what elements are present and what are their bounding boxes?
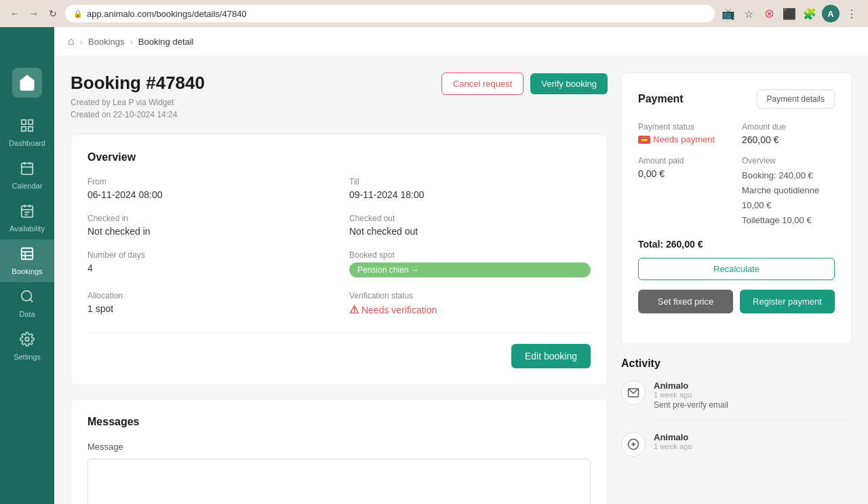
url-bar[interactable]: 🔒 app.animalo.com/bookings/details/47840 bbox=[65, 5, 715, 22]
sidebar-item-calendar[interactable]: Calendar bbox=[0, 154, 54, 197]
opera-icon[interactable]: ⊗ bbox=[761, 5, 777, 22]
page-content-wrapper: Booking #47840 Created by Lea P via Widg… bbox=[54, 56, 868, 504]
register-payment-button[interactable]: Register payment bbox=[740, 290, 835, 313]
sidebar-logo bbox=[12, 68, 42, 98]
verification-field: Verification status ⚠ Needs verification bbox=[349, 291, 591, 316]
sidebar-item-bookings[interactable]: Bookings bbox=[0, 239, 54, 282]
header-actions: Cancel request Verify booking bbox=[441, 73, 608, 95]
dashboard-label: Dashboard bbox=[9, 139, 45, 147]
set-fixed-price-button[interactable]: Set fixed price bbox=[638, 290, 733, 313]
activity-time-1: 1 week ago bbox=[654, 442, 852, 450]
allocation-label: Allocation bbox=[87, 291, 329, 301]
breadcrumb-bookings[interactable]: Bookings bbox=[88, 37, 124, 47]
meta-line1: Created by Lea P via Widget bbox=[71, 96, 205, 109]
num-days-label: Number of days bbox=[87, 250, 329, 260]
message-label: Message bbox=[87, 442, 591, 452]
cancel-request-button[interactable]: Cancel request bbox=[441, 73, 524, 95]
extensions-button[interactable]: 🧩 bbox=[802, 5, 818, 22]
amount-paid-field: Amount paid 0,00 € bbox=[638, 156, 731, 228]
sidebar-item-data[interactable]: Data bbox=[0, 282, 54, 325]
sidebar-item-availability[interactable]: Availability bbox=[0, 197, 54, 239]
from-field: From 06-11-2024 08:00 bbox=[87, 177, 329, 200]
till-field: Till 09-11-2024 18:00 bbox=[349, 177, 591, 200]
payment-status-label: Payment status bbox=[638, 122, 731, 132]
allocation-value: 1 spot bbox=[87, 303, 329, 314]
from-value: 06-11-2024 08:00 bbox=[87, 189, 329, 200]
svg-rect-1 bbox=[28, 120, 33, 124]
user-avatar[interactable]: A bbox=[822, 5, 840, 22]
checked-out-field: Checked out Not checked out bbox=[349, 214, 591, 237]
overview-breakdown: Booking: 240,00 € Marche quotidienne 10,… bbox=[742, 168, 835, 228]
overview-field: Overview Booking: 240,00 € Marche quotid… bbox=[742, 156, 835, 228]
activity-text-0: Sent pre-verify email bbox=[654, 400, 852, 410]
sidebar-item-settings[interactable]: Settings bbox=[0, 325, 54, 368]
recalculate-button[interactable]: Recalculate bbox=[638, 258, 835, 280]
breakdown-line1: Booking: 240,00 € bbox=[742, 168, 835, 183]
message-textarea[interactable] bbox=[87, 459, 591, 504]
nav-refresh-button[interactable]: ↻ bbox=[46, 7, 60, 20]
overview-card-footer: Edit booking bbox=[87, 332, 591, 368]
messages-title: Messages bbox=[87, 416, 591, 428]
breadcrumb-sep-2: › bbox=[130, 37, 133, 47]
screen-cast-button[interactable]: 📺 bbox=[720, 5, 736, 22]
payment-grid: Payment status 💳 Needs payment Amount du… bbox=[638, 122, 835, 228]
breakdown-line3: Toilettage 10,00 € bbox=[742, 213, 835, 228]
nav-back-button[interactable]: ← bbox=[8, 7, 22, 20]
url-lock-icon: 🔒 bbox=[73, 9, 83, 18]
menu-button[interactable]: ⋮ bbox=[844, 5, 860, 22]
payment-status-text: Needs payment bbox=[653, 134, 715, 144]
verification-status: ⚠ Needs verification bbox=[349, 303, 591, 316]
message-field: Message bbox=[87, 442, 591, 504]
bookings-label: Bookings bbox=[12, 267, 42, 275]
nav-forward-button[interactable]: → bbox=[27, 7, 41, 20]
activity-item-1: Animalo 1 week ago bbox=[621, 432, 852, 457]
left-column: Booking #47840 Created by Lea P via Widg… bbox=[71, 73, 608, 504]
svg-rect-2 bbox=[28, 127, 33, 131]
page-meta: Created by Lea P via Widget Created on 2… bbox=[71, 96, 205, 121]
sidebar-item-dashboard[interactable]: Dashboard bbox=[0, 111, 54, 154]
dashboard-icon bbox=[20, 118, 35, 136]
data-label: Data bbox=[19, 310, 35, 318]
overview-title: Overview bbox=[87, 151, 591, 163]
payment-title: Payment bbox=[638, 93, 684, 105]
breadcrumb-sep-1: › bbox=[80, 37, 83, 47]
spot-badge[interactable]: Pension chien → bbox=[349, 263, 591, 277]
payment-card: Payment Payment details Payment status 💳… bbox=[621, 73, 852, 344]
overview-label: Overview bbox=[742, 156, 835, 166]
activity-email-icon bbox=[621, 381, 646, 405]
home-icon[interactable]: ⌂ bbox=[68, 35, 75, 47]
payment-actions: Set fixed price Register payment bbox=[638, 290, 835, 313]
svg-rect-12 bbox=[22, 248, 33, 260]
page-header: Booking #47840 Created by Lea P via Widg… bbox=[71, 73, 608, 121]
svg-rect-3 bbox=[22, 127, 26, 131]
payment-details-button[interactable]: Payment details bbox=[757, 90, 835, 109]
svg-line-17 bbox=[30, 299, 33, 302]
overview-card: Overview From 06-11-2024 08:00 Till 09-1… bbox=[71, 134, 608, 385]
wallet-button[interactable]: ⬛ bbox=[781, 5, 797, 22]
svg-point-18 bbox=[25, 337, 29, 341]
edit-booking-button[interactable]: Edit booking bbox=[511, 344, 591, 368]
checked-out-value: Not checked out bbox=[349, 226, 591, 237]
num-days-field: Number of days 4 bbox=[87, 250, 329, 277]
from-label: From bbox=[87, 177, 329, 187]
logo-icon bbox=[18, 73, 37, 92]
verification-warning-icon: ⚠ bbox=[349, 303, 359, 316]
activity-item-0: Animalo 1 week ago Sent pre-verify email bbox=[621, 381, 852, 410]
breakdown-line2: Marche quotidienne 10,00 € bbox=[742, 183, 835, 213]
availability-label: Availability bbox=[9, 225, 45, 233]
data-icon bbox=[20, 289, 35, 307]
amount-due-field: Amount due 260,00 € bbox=[742, 122, 835, 145]
activity-circle-plus-icon bbox=[621, 432, 646, 457]
verification-label: Verification status bbox=[349, 291, 591, 301]
checked-in-label: Checked in bbox=[87, 214, 329, 223]
booked-spot-label: Booked spot bbox=[349, 250, 591, 260]
sidebar: Dashboard Calendar Availability Bookings… bbox=[0, 27, 54, 504]
settings-icon bbox=[20, 332, 35, 350]
bookmark-button[interactable]: ☆ bbox=[741, 5, 757, 22]
breadcrumb: ⌂ › Bookings › Booking detail bbox=[54, 27, 868, 56]
right-column: Payment Payment details Payment status 💳… bbox=[621, 73, 852, 504]
checked-out-label: Checked out bbox=[349, 214, 591, 223]
svg-point-16 bbox=[22, 291, 32, 301]
verify-booking-button[interactable]: Verify booking bbox=[530, 73, 608, 94]
browser-chrome: ← → ↻ 🔒 app.animalo.com/bookings/details… bbox=[0, 0, 868, 27]
